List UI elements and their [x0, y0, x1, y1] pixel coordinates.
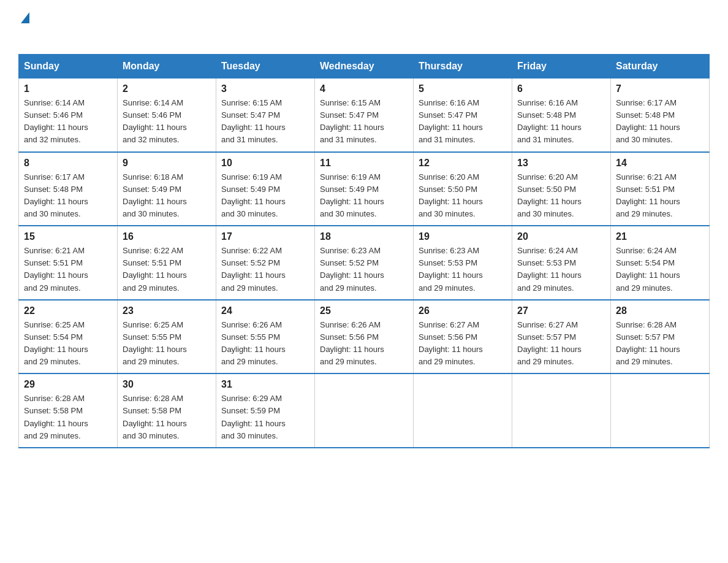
day-number: 13 [517, 158, 605, 169]
day-info: Sunrise: 6:22 AMSunset: 5:51 PMDaylight:… [123, 245, 211, 294]
header-thursday: Thursday [414, 55, 512, 79]
calendar-cell [512, 373, 611, 448]
header-friday: Friday [512, 55, 611, 79]
calendar-cell: 1Sunrise: 6:14 AMSunset: 5:46 PMDaylight… [19, 79, 118, 152]
calendar-cell [414, 373, 512, 448]
calendar-cell [611, 373, 710, 448]
day-info: Sunrise: 6:28 AMSunset: 5:58 PMDaylight:… [24, 393, 112, 442]
day-number: 17 [221, 231, 309, 242]
calendar-cell: 23Sunrise: 6:25 AMSunset: 5:55 PMDayligh… [118, 300, 216, 374]
calendar-cell: 15Sunrise: 6:21 AMSunset: 5:51 PMDayligh… [19, 226, 118, 300]
calendar-week-row: 15Sunrise: 6:21 AMSunset: 5:51 PMDayligh… [19, 226, 710, 300]
day-info: Sunrise: 6:29 AMSunset: 5:59 PMDaylight:… [221, 393, 309, 442]
day-info: Sunrise: 6:26 AMSunset: 5:56 PMDaylight:… [320, 319, 408, 369]
day-number: 7 [616, 83, 704, 94]
calendar-cell: 25Sunrise: 6:26 AMSunset: 5:56 PMDayligh… [315, 300, 414, 374]
calendar-cell: 28Sunrise: 6:28 AMSunset: 5:57 PMDayligh… [611, 300, 710, 374]
calendar-cell: 26Sunrise: 6:27 AMSunset: 5:56 PMDayligh… [414, 300, 512, 374]
calendar-cell [315, 373, 414, 448]
day-number: 8 [24, 158, 112, 169]
day-number: 28 [616, 305, 704, 316]
day-info: Sunrise: 6:17 AMSunset: 5:48 PMDaylight:… [24, 171, 112, 221]
calendar-cell: 19Sunrise: 6:23 AMSunset: 5:53 PMDayligh… [414, 226, 512, 300]
calendar-cell: 31Sunrise: 6:29 AMSunset: 5:59 PMDayligh… [216, 373, 315, 448]
calendar-cell: 17Sunrise: 6:22 AMSunset: 5:52 PMDayligh… [216, 226, 315, 300]
day-info: Sunrise: 6:14 AMSunset: 5:46 PMDaylight:… [24, 97, 112, 147]
calendar-cell: 6Sunrise: 6:16 AMSunset: 5:48 PMDaylight… [512, 79, 611, 152]
day-number: 5 [419, 83, 507, 94]
day-info: Sunrise: 6:21 AMSunset: 5:51 PMDaylight:… [24, 245, 112, 294]
header-sunday: Sunday [19, 55, 118, 79]
calendar-cell: 4Sunrise: 6:15 AMSunset: 5:47 PMDaylight… [315, 79, 414, 152]
calendar-cell: 14Sunrise: 6:21 AMSunset: 5:51 PMDayligh… [611, 152, 710, 226]
day-number: 29 [24, 379, 112, 390]
calendar-cell: 20Sunrise: 6:24 AMSunset: 5:53 PMDayligh… [512, 226, 611, 300]
day-info: Sunrise: 6:14 AMSunset: 5:46 PMDaylight:… [123, 97, 211, 147]
calendar-cell: 18Sunrise: 6:23 AMSunset: 5:52 PMDayligh… [315, 226, 414, 300]
day-info: Sunrise: 6:26 AMSunset: 5:55 PMDaylight:… [221, 319, 309, 369]
day-number: 21 [616, 231, 704, 242]
calendar-cell: 5Sunrise: 6:16 AMSunset: 5:47 PMDaylight… [414, 79, 512, 152]
calendar-cell: 10Sunrise: 6:19 AMSunset: 5:49 PMDayligh… [216, 152, 315, 226]
calendar-cell: 21Sunrise: 6:24 AMSunset: 5:54 PMDayligh… [611, 226, 710, 300]
calendar-cell: 29Sunrise: 6:28 AMSunset: 5:58 PMDayligh… [19, 373, 118, 448]
calendar-week-row: 22Sunrise: 6:25 AMSunset: 5:54 PMDayligh… [19, 300, 710, 374]
day-info: Sunrise: 6:19 AMSunset: 5:49 PMDaylight:… [320, 171, 408, 221]
logo-triangle-icon [21, 12, 29, 23]
day-number: 14 [616, 158, 704, 169]
calendar-cell: 11Sunrise: 6:19 AMSunset: 5:49 PMDayligh… [315, 152, 414, 226]
day-number: 25 [320, 305, 408, 316]
day-number: 30 [123, 379, 211, 390]
day-info: Sunrise: 6:24 AMSunset: 5:53 PMDaylight:… [517, 245, 605, 294]
calendar-cell: 12Sunrise: 6:20 AMSunset: 5:50 PMDayligh… [414, 152, 512, 226]
calendar-cell: 27Sunrise: 6:27 AMSunset: 5:57 PMDayligh… [512, 300, 611, 374]
header-wednesday: Wednesday [315, 55, 414, 79]
day-number: 9 [123, 158, 211, 169]
day-number: 3 [221, 83, 309, 94]
calendar-cell: 7Sunrise: 6:17 AMSunset: 5:48 PMDaylight… [611, 79, 710, 152]
calendar-week-row: 29Sunrise: 6:28 AMSunset: 5:58 PMDayligh… [19, 373, 710, 448]
calendar-week-row: 1Sunrise: 6:14 AMSunset: 5:46 PMDaylight… [19, 79, 710, 152]
day-number: 12 [419, 158, 507, 169]
day-info: Sunrise: 6:20 AMSunset: 5:50 PMDaylight:… [517, 171, 605, 221]
page-header [18, 12, 710, 43]
calendar-cell: 13Sunrise: 6:20 AMSunset: 5:50 PMDayligh… [512, 152, 611, 226]
header-monday: Monday [118, 55, 216, 79]
calendar-cell: 9Sunrise: 6:18 AMSunset: 5:49 PMDaylight… [118, 152, 216, 226]
day-info: Sunrise: 6:22 AMSunset: 5:52 PMDaylight:… [221, 245, 309, 294]
day-number: 22 [24, 305, 112, 316]
day-info: Sunrise: 6:15 AMSunset: 5:47 PMDaylight:… [320, 97, 408, 147]
day-info: Sunrise: 6:23 AMSunset: 5:53 PMDaylight:… [419, 245, 507, 294]
day-number: 27 [517, 305, 605, 316]
day-info: Sunrise: 6:21 AMSunset: 5:51 PMDaylight:… [616, 171, 704, 221]
day-info: Sunrise: 6:25 AMSunset: 5:54 PMDaylight:… [24, 319, 112, 369]
calendar-cell: 30Sunrise: 6:28 AMSunset: 5:58 PMDayligh… [118, 373, 216, 448]
day-info: Sunrise: 6:18 AMSunset: 5:49 PMDaylight:… [123, 171, 211, 221]
calendar-cell: 3Sunrise: 6:15 AMSunset: 5:47 PMDaylight… [216, 79, 315, 152]
header-tuesday: Tuesday [216, 55, 315, 79]
day-info: Sunrise: 6:27 AMSunset: 5:57 PMDaylight:… [517, 319, 605, 369]
logo [18, 12, 29, 43]
day-info: Sunrise: 6:28 AMSunset: 5:58 PMDaylight:… [123, 393, 211, 442]
day-number: 2 [123, 83, 211, 94]
day-info: Sunrise: 6:24 AMSunset: 5:54 PMDaylight:… [616, 245, 704, 294]
day-info: Sunrise: 6:16 AMSunset: 5:48 PMDaylight:… [517, 97, 605, 147]
day-info: Sunrise: 6:17 AMSunset: 5:48 PMDaylight:… [616, 97, 704, 147]
calendar-cell: 22Sunrise: 6:25 AMSunset: 5:54 PMDayligh… [19, 300, 118, 374]
calendar-table: SundayMondayTuesdayWednesdayThursdayFrid… [18, 54, 710, 448]
day-number: 11 [320, 158, 408, 169]
day-number: 20 [517, 231, 605, 242]
calendar-cell: 16Sunrise: 6:22 AMSunset: 5:51 PMDayligh… [118, 226, 216, 300]
day-number: 15 [24, 231, 112, 242]
calendar-cell: 2Sunrise: 6:14 AMSunset: 5:46 PMDaylight… [118, 79, 216, 152]
calendar-week-row: 8Sunrise: 6:17 AMSunset: 5:48 PMDaylight… [19, 152, 710, 226]
day-number: 26 [419, 305, 507, 316]
day-info: Sunrise: 6:28 AMSunset: 5:57 PMDaylight:… [616, 319, 704, 369]
calendar-cell: 24Sunrise: 6:26 AMSunset: 5:55 PMDayligh… [216, 300, 315, 374]
day-number: 6 [517, 83, 605, 94]
day-number: 23 [123, 305, 211, 316]
day-info: Sunrise: 6:23 AMSunset: 5:52 PMDaylight:… [320, 245, 408, 294]
day-info: Sunrise: 6:27 AMSunset: 5:56 PMDaylight:… [419, 319, 507, 369]
day-info: Sunrise: 6:25 AMSunset: 5:55 PMDaylight:… [123, 319, 211, 369]
day-info: Sunrise: 6:19 AMSunset: 5:49 PMDaylight:… [221, 171, 309, 221]
